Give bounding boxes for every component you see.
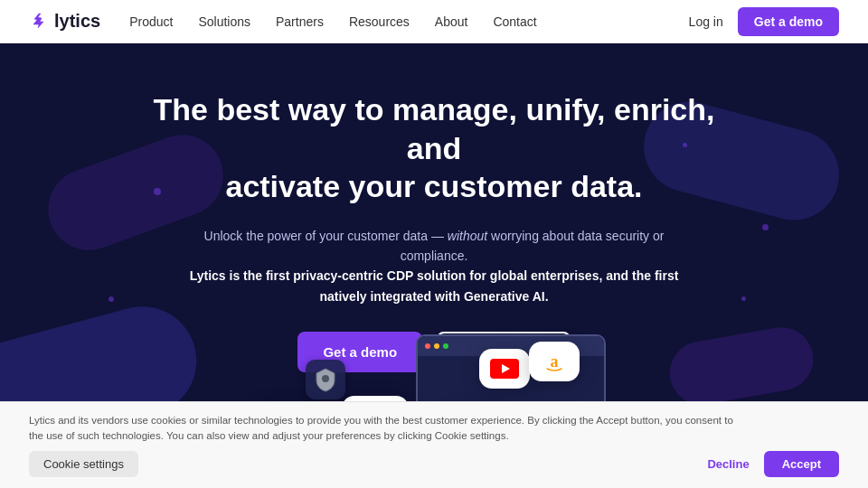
nav-actions: Log in Get a demo — [689, 7, 839, 36]
decline-button[interactable]: Decline — [707, 457, 749, 471]
nav-partners[interactable]: Partners — [276, 14, 324, 29]
dot-4 — [762, 224, 769, 230]
device-dot-red — [425, 343, 430, 349]
dot-2 — [108, 296, 114, 302]
amazon-icon: a — [540, 347, 569, 376]
device-dot-green — [443, 343, 448, 349]
nav-contact[interactable]: Contact — [493, 14, 536, 29]
cookie-right-buttons: Decline Accept — [707, 451, 839, 477]
login-button[interactable]: Log in — [689, 14, 723, 29]
nav-demo-button[interactable]: Get a demo — [738, 7, 839, 36]
shield-card — [306, 360, 345, 399]
nav-solutions[interactable]: Solutions — [198, 14, 250, 29]
cookie-banner: Lytics and its vendors use cookies or si… — [0, 401, 868, 489]
dot-5 — [741, 296, 746, 301]
hero-subtitle: Unlock the power of your customer data —… — [172, 226, 696, 307]
hero-title: The best way to manage, unify, enrich, a… — [136, 90, 732, 206]
nav-links: Product Solutions Partners Resources Abo… — [129, 14, 688, 29]
logo[interactable]: lytics — [29, 11, 100, 32]
accept-button[interactable]: Accept — [764, 451, 839, 477]
lytics-logo-icon — [29, 12, 49, 32]
device-dot-yellow — [434, 343, 439, 349]
youtube-icon — [490, 359, 519, 379]
nav-resources[interactable]: Resources — [349, 14, 410, 29]
nav-about[interactable]: About — [435, 14, 468, 29]
svg-text:a: a — [551, 352, 559, 371]
nav-product[interactable]: Product — [129, 14, 173, 29]
cookie-text: Lytics and its vendors use cookies or si… — [29, 413, 734, 445]
youtube-card — [479, 349, 530, 389]
logo-text: lytics — [54, 11, 100, 32]
cookie-actions: Cookie settings Decline Accept — [29, 451, 839, 477]
svg-point-0 — [322, 375, 329, 382]
amazon-card: a — [529, 342, 580, 381]
shield-icon — [314, 367, 337, 392]
bg-blob-4 — [665, 323, 818, 410]
cookie-settings-button[interactable]: Cookie settings — [29, 451, 138, 477]
navbar: lytics Product Solutions Partners Resour… — [0, 0, 868, 43]
